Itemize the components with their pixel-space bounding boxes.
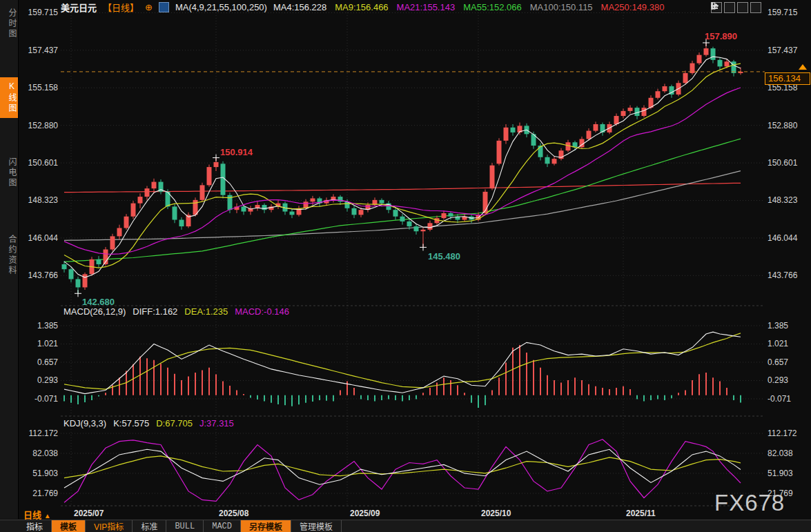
add-indicator-icon[interactable]: ⊕ bbox=[145, 3, 153, 12]
y-axis-label: 51.903 bbox=[768, 469, 808, 478]
y-axis-label: 155.158 bbox=[18, 83, 58, 92]
ma-value-label: MA4:156.228 bbox=[273, 2, 326, 12]
app-window: 分时图K线图闪电图合约资料 美元日元 【日线】 ⊕ MA(4,9,21,55,1… bbox=[0, 0, 811, 532]
ma9-line bbox=[64, 63, 741, 268]
ma-value-label: MA100:150.115 bbox=[530, 2, 593, 12]
mini-chart-icon[interactable] bbox=[159, 2, 169, 12]
y-axis-label: 1.385 bbox=[18, 321, 58, 331]
sidebar-tab-2[interactable]: K线图 bbox=[0, 77, 18, 118]
bottom-toolbar: 指标模板VIP指标标准BULLMACD另存模板管理模板 bbox=[0, 520, 811, 532]
slow-ma-layer bbox=[64, 139, 741, 262]
y-axis-label: 51.903 bbox=[18, 469, 58, 478]
price-annotation: 145.480 bbox=[428, 251, 460, 262]
price-annotation: 150.914 bbox=[220, 147, 253, 157]
x-axis-month-label: 2025/07 bbox=[74, 509, 104, 518]
macd-header-segment: DIFF:1.162 bbox=[133, 306, 177, 317]
y-axis-label: 112.172 bbox=[18, 428, 58, 438]
macd-header-segment: MACD:-0.146 bbox=[235, 306, 289, 317]
y-axis-label: 1.385 bbox=[768, 321, 808, 331]
footer-tab[interactable]: 管理模板 bbox=[291, 520, 342, 532]
y-axis-label: 159.715 bbox=[18, 8, 58, 17]
kdj-header-segment: K:57.575 bbox=[113, 418, 149, 428]
sidebar-tab-1[interactable]: 分时图 bbox=[0, 4, 18, 43]
y-axis-label: 146.044 bbox=[768, 233, 808, 243]
ma-value-label: MA55:152.066 bbox=[463, 2, 522, 12]
annotation-layer bbox=[75, 39, 710, 297]
watermark: FX678 bbox=[714, 490, 785, 516]
ma-group-label: MA(4,9,21,55,100,250) bbox=[175, 2, 267, 12]
candles-layer bbox=[62, 43, 743, 293]
footer-tab[interactable]: 另存模板 bbox=[241, 520, 291, 532]
x-axis-month-label: 2025/10 bbox=[481, 509, 511, 518]
chart-toolbar bbox=[711, 2, 761, 13]
sidebar-tab-4[interactable]: 合约资料 bbox=[0, 230, 18, 280]
period-tag[interactable]: 【日线】 bbox=[103, 1, 139, 14]
macd-header: MACD(26,12,9)DIFF:1.162DEA:1.235MACD:-0.… bbox=[63, 306, 296, 317]
axis-zoom-out-icon[interactable] bbox=[737, 2, 748, 13]
kdj-header-segment: J:37.315 bbox=[199, 418, 234, 428]
chart-canvas[interactable] bbox=[0, 0, 811, 532]
y-axis-label: 150.601 bbox=[768, 158, 808, 168]
kdj-header-segment: D:67.705 bbox=[156, 418, 193, 428]
y-axis-label: 146.044 bbox=[18, 233, 58, 243]
macd-header-segment: MACD(26,12,9) bbox=[63, 306, 126, 317]
ma-value-label: MA21:155.143 bbox=[397, 2, 456, 12]
y-axis-label: 159.715 bbox=[768, 8, 808, 17]
x-axis-month-label: 2025/09 bbox=[350, 509, 380, 518]
current-price-badge: 156.134 bbox=[765, 72, 810, 85]
y-axis-label: 0.657 bbox=[768, 357, 808, 367]
price-annotation: 157.890 bbox=[705, 31, 737, 41]
kdj-header: KDJ(9,3,3)K:57.575D:67.705J:37.315 bbox=[63, 418, 241, 428]
footer-tab[interactable]: VIP指标 bbox=[86, 520, 133, 532]
ma-value-label: MA9:156.466 bbox=[335, 2, 388, 12]
y-axis-label: 152.880 bbox=[768, 121, 808, 130]
kdj-layer bbox=[64, 440, 741, 502]
footer-tab[interactable]: 标准 bbox=[133, 520, 166, 532]
y-axis-label: 148.323 bbox=[768, 195, 808, 205]
y-axis-label: 21.769 bbox=[18, 489, 58, 498]
price-up-arrow-icon bbox=[799, 64, 807, 70]
footer-tab[interactable]: BULL bbox=[166, 520, 204, 532]
y-axis-label: 1.021 bbox=[18, 339, 58, 348]
chart-header: 美元日元 【日线】 ⊕ MA(4,9,21,55,100,250) MA4:15… bbox=[61, 1, 664, 12]
ma-value-label: MA250:149.380 bbox=[601, 2, 665, 12]
ma4-line bbox=[64, 57, 741, 277]
macd-header-segment: DEA:1.235 bbox=[184, 306, 228, 317]
y-axis-label: 0.293 bbox=[768, 375, 808, 385]
footer-tab[interactable]: 模板 bbox=[52, 520, 86, 532]
x-axis-month-label: 2025/08 bbox=[219, 509, 248, 518]
exit-fullscreen-icon[interactable] bbox=[750, 2, 761, 13]
y-axis-label: 157.437 bbox=[18, 46, 58, 55]
footer-tab[interactable]: MACD bbox=[204, 520, 241, 532]
sidebar-tab-3[interactable]: 闪电图 bbox=[0, 153, 18, 193]
y-axis-label: 82.038 bbox=[768, 449, 808, 458]
x-axis-month-label: 2025/11 bbox=[626, 509, 656, 518]
y-axis-label: 150.601 bbox=[18, 158, 58, 168]
ma21-line bbox=[64, 88, 741, 254]
y-axis-label: 143.766 bbox=[18, 270, 58, 280]
kdj-header-segment: KDJ(9,3,3) bbox=[63, 418, 106, 428]
y-axis-label: -0.071 bbox=[768, 394, 808, 404]
y-axis-label: 0.293 bbox=[18, 375, 58, 385]
y-axis-label: 82.038 bbox=[18, 449, 58, 458]
y-axis-label: 148.323 bbox=[18, 195, 58, 205]
crosshair-icon[interactable] bbox=[711, 2, 722, 13]
y-axis-label: -0.071 bbox=[18, 394, 58, 404]
macd-layer bbox=[64, 332, 741, 408]
symbol-title: 美元日元 bbox=[61, 1, 97, 14]
y-axis-label: 112.172 bbox=[768, 428, 808, 438]
axis-zoom-in-icon[interactable] bbox=[724, 2, 735, 13]
sidebar: 分时图K线图闪电图合约资料 bbox=[0, 0, 19, 519]
y-axis-label: 143.766 bbox=[768, 270, 808, 280]
ma-values: MA4:156.228MA9:156.466MA21:155.143MA55:1… bbox=[273, 2, 664, 12]
grid-layer bbox=[61, 10, 765, 506]
y-axis-label: 1.021 bbox=[768, 339, 808, 348]
y-axis-label: 0.657 bbox=[18, 357, 58, 367]
y-axis-label: 152.880 bbox=[18, 121, 58, 130]
y-axis-label: 157.437 bbox=[768, 46, 808, 55]
footer-tab[interactable]: 指标 bbox=[18, 520, 52, 532]
